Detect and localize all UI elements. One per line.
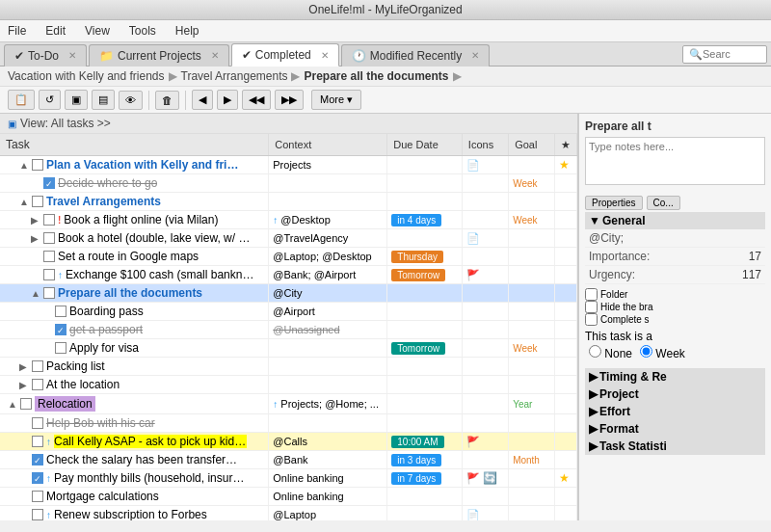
tab-modified[interactable]: 🕐 Modified Recently ✕ bbox=[341, 44, 490, 66]
task-checkbox[interactable] bbox=[43, 287, 55, 299]
task-text[interactable]: Packing list bbox=[46, 359, 105, 373]
task-checkbox[interactable] bbox=[43, 232, 55, 244]
search-box[interactable]: 🔍 bbox=[682, 45, 767, 64]
hide-completed-button[interactable]: 👁 bbox=[119, 91, 143, 110]
table-row[interactable]: ↑ Exchange $100 cash (small banknotes) @… bbox=[0, 266, 577, 284]
table-row[interactable]: Help Bob with his car bbox=[0, 414, 577, 433]
format-header[interactable]: ▶ Format bbox=[585, 420, 765, 438]
hide-branch-checkbox[interactable] bbox=[585, 301, 598, 313]
menu-file[interactable]: File bbox=[4, 22, 30, 40]
task-text[interactable]: Mortgage calculations bbox=[46, 490, 159, 503]
move-left-button[interactable]: ◀◀ bbox=[242, 90, 271, 110]
context-tab[interactable]: Co... bbox=[647, 196, 680, 210]
project-header[interactable]: ▶ Project bbox=[585, 386, 765, 403]
task-checkbox[interactable] bbox=[32, 454, 43, 466]
menu-view[interactable]: View bbox=[81, 22, 114, 40]
task-checkbox[interactable] bbox=[32, 472, 43, 484]
task-checkbox[interactable] bbox=[32, 159, 43, 171]
task-text[interactable]: Check the salary has been transferred to… bbox=[46, 453, 239, 466]
task-text[interactable]: Call Kelly ASAP - ask to pick up kids af… bbox=[54, 435, 247, 448]
table-row[interactable]: ▲ Prepare all the documents @City bbox=[0, 284, 577, 303]
expand-button[interactable]: ▤ bbox=[92, 90, 115, 110]
tab-completed-close[interactable]: ✕ bbox=[321, 50, 329, 61]
expand-icon[interactable]: ▶ bbox=[31, 233, 40, 244]
task-checkbox[interactable] bbox=[43, 214, 55, 226]
task-checkbox[interactable] bbox=[43, 177, 55, 189]
task-checkbox[interactable] bbox=[43, 269, 55, 280]
table-row[interactable]: get a passport @Unassigned bbox=[0, 321, 577, 339]
task-text[interactable]: Renew subscription to Forbes bbox=[54, 508, 207, 520]
menu-edit[interactable]: Edit bbox=[41, 22, 69, 40]
task-text[interactable]: Plan a Vacation with Kelly and friends bbox=[46, 158, 239, 172]
task-text[interactable]: Apply for visa bbox=[69, 341, 139, 355]
expand-icon[interactable]: ▲ bbox=[8, 399, 17, 410]
expand-icon[interactable]: ▲ bbox=[31, 288, 40, 299]
refresh-button[interactable]: ↺ bbox=[39, 90, 61, 110]
table-row[interactable]: ▶ Packing list bbox=[0, 358, 577, 376]
table-row[interactable]: Apply for visa Tomorrow Week bbox=[0, 339, 577, 358]
new-task-button[interactable]: 📋 bbox=[8, 90, 35, 110]
task-stats-header[interactable]: ▶ Task Statisti bbox=[585, 438, 765, 455]
table-row[interactable]: ↑ Renew subscription to Forbes @Laptop 📄 bbox=[0, 506, 577, 521]
more-button[interactable]: More ▾ bbox=[311, 90, 361, 110]
folder-checkbox[interactable] bbox=[585, 288, 598, 301]
task-text[interactable]: Pay monthly bills (household, insurance … bbox=[54, 471, 247, 485]
task-checkbox[interactable] bbox=[55, 324, 66, 335]
move-right-button[interactable]: ▶ bbox=[217, 90, 238, 110]
task-text[interactable]: Prepare all the documents bbox=[58, 286, 202, 300]
properties-tab[interactable]: Properties bbox=[585, 196, 643, 210]
task-checkbox[interactable] bbox=[55, 342, 66, 354]
move-down-button[interactable]: ▶▶ bbox=[275, 90, 304, 110]
expand-icon[interactable]: ▲ bbox=[19, 197, 29, 207]
tab-todo[interactable]: ✔ To-Do ✕ bbox=[4, 44, 87, 66]
table-row[interactable]: Check the salary has been transferred to… bbox=[0, 451, 577, 469]
task-text[interactable]: At the location bbox=[46, 378, 120, 391]
tab-current-close[interactable]: ✕ bbox=[211, 50, 219, 61]
menu-help[interactable]: Help bbox=[172, 22, 203, 40]
breadcrumb-vacation[interactable]: Vacation with Kelly and friends bbox=[8, 69, 165, 83]
task-text[interactable]: Book a flight online (via Milan) bbox=[64, 213, 218, 226]
task-text[interactable]: get a passport bbox=[69, 323, 143, 336]
task-checkbox[interactable] bbox=[32, 491, 43, 502]
expand-icon[interactable]: ▲ bbox=[19, 160, 29, 171]
task-text[interactable]: Help Bob with his car bbox=[46, 416, 155, 430]
expand-icon[interactable]: ▶ bbox=[19, 380, 29, 390]
task-checkbox[interactable] bbox=[32, 436, 43, 447]
delete-button[interactable]: 🗑 bbox=[155, 91, 179, 110]
task-text[interactable]: Boarding pass bbox=[69, 305, 144, 318]
complete-sub-checkbox[interactable] bbox=[585, 313, 598, 326]
task-checkbox[interactable] bbox=[20, 398, 32, 410]
expand-icon[interactable]: ▶ bbox=[19, 361, 29, 372]
task-checkbox[interactable] bbox=[32, 509, 43, 520]
table-row[interactable]: Boarding pass @Airport bbox=[0, 303, 577, 321]
table-row[interactable]: ▶ At the location bbox=[0, 376, 577, 394]
table-row[interactable]: ▲ Travel Arrangements bbox=[0, 193, 577, 211]
table-row[interactable]: Decide where to go Week bbox=[0, 174, 577, 193]
expand-icon[interactable]: ▶ bbox=[31, 215, 40, 226]
tab-todo-close[interactable]: ✕ bbox=[68, 50, 76, 61]
task-checkbox[interactable] bbox=[32, 360, 43, 372]
table-row[interactable]: ▲ Relocation ↑ Projects; @Home; ... Year bbox=[0, 394, 577, 414]
breadcrumb-travel[interactable]: Travel Arrangements bbox=[181, 69, 288, 83]
menu-tools[interactable]: Tools bbox=[125, 22, 160, 40]
task-text[interactable]: Relocation bbox=[35, 396, 95, 412]
timing-header[interactable]: ▶ Timing & Re bbox=[585, 368, 765, 386]
table-row[interactable]: Set a route in Google maps @Laptop; @Des… bbox=[0, 248, 577, 266]
table-row[interactable]: ▶ Book a hotel (double, lake view, w/ pa… bbox=[0, 229, 577, 248]
task-text[interactable]: Travel Arrangements bbox=[46, 195, 161, 208]
task-text[interactable]: Decide where to go bbox=[58, 176, 157, 190]
notes-area[interactable] bbox=[585, 137, 765, 185]
collapse-button[interactable]: ▣ bbox=[65, 90, 88, 110]
search-input[interactable] bbox=[703, 48, 760, 60]
goal-none-radio[interactable] bbox=[589, 345, 601, 358]
task-text[interactable]: Set a route in Google maps bbox=[58, 250, 199, 263]
task-checkbox[interactable] bbox=[32, 196, 43, 207]
task-text[interactable]: Book a hotel (double, lake view, w/ park… bbox=[58, 231, 251, 245]
task-checkbox[interactable] bbox=[55, 306, 66, 317]
table-row[interactable]: ↑ Call Kelly ASAP - ask to pick up kids … bbox=[0, 433, 577, 451]
table-row[interactable]: ▲ Plan a Vacation with Kelly and friends… bbox=[0, 156, 577, 174]
effort-header[interactable]: ▶ Effort bbox=[585, 403, 765, 420]
tab-modified-close[interactable]: ✕ bbox=[471, 50, 479, 61]
goal-week-radio[interactable] bbox=[640, 345, 652, 358]
task-checkbox[interactable] bbox=[32, 417, 43, 429]
